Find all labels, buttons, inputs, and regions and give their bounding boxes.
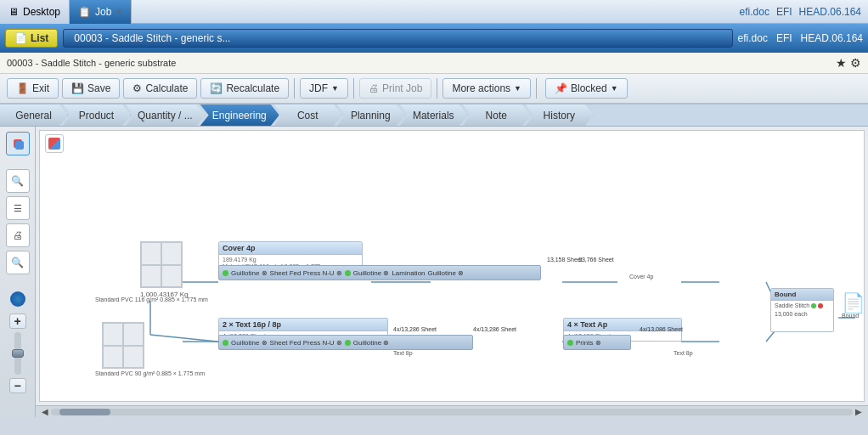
job-title: 00003 - Saddle Stitch - generic s... <box>63 29 732 48</box>
palette-icon[interactable] <box>45 134 64 153</box>
scroll-track[interactable] <box>51 409 853 415</box>
zoom-track[interactable] <box>14 332 21 375</box>
cover-thumbnail <box>140 241 183 288</box>
calculate-label: Calculate <box>145 82 188 94</box>
tab-general[interactable]: General <box>0 105 68 126</box>
scroll-thumb[interactable] <box>59 409 110 415</box>
tab-note[interactable]: Note <box>463 105 531 126</box>
flow-canvas[interactable]: 1,000.43167 Kg Standard PVC 116 g/m² 0.8… <box>39 130 865 402</box>
separator-1 <box>294 78 295 99</box>
tab-desktop[interactable]: 🖥 Desktop <box>0 0 70 24</box>
exit-button[interactable]: 🚪 Exit <box>7 78 59 99</box>
separator-3 <box>437 78 437 99</box>
scroll-right-button[interactable]: ▶ <box>853 407 865 416</box>
exit-icon: 🚪 <box>16 82 29 94</box>
sheet-count-text-2: 4x/13,286 Sheet <box>473 326 516 332</box>
select-tool-button[interactable]: ☰ <box>6 196 30 220</box>
dot-green-3 <box>223 340 228 346</box>
list-button[interactable]: 📄 List <box>5 29 58 48</box>
blocked-icon: 📌 <box>555 82 567 94</box>
job-icon: 📋 <box>78 6 91 18</box>
recalculate-button[interactable]: 🔄 Recalculate <box>200 78 289 99</box>
dot-green-1 <box>223 270 228 276</box>
jdf-button[interactable]: JDF ▼ <box>300 78 348 99</box>
save-button[interactable]: 💾 Save <box>62 78 120 99</box>
separator-2 <box>353 78 354 99</box>
tab-materials-label: Materials <box>413 110 454 121</box>
title-right: efi.doc EFI HEAD.06.164 <box>740 6 868 18</box>
tab-history-label: History <box>544 110 575 121</box>
zoom-plus-button[interactable]: + <box>9 314 26 329</box>
cover-label: Cover 4p <box>629 274 653 280</box>
left-sidebar: 🔍 ☰ 🖨 🔍 + − <box>0 127 36 417</box>
tab-general-label: General <box>15 110 52 121</box>
star-icon[interactable]: ★ <box>836 56 847 70</box>
zoom-minus-button[interactable]: − <box>9 378 26 393</box>
tab-desktop-label: Desktop <box>23 6 60 18</box>
scroll-left-button[interactable]: ◀ <box>39 407 51 416</box>
print-job-label: Print Job <box>382 82 422 94</box>
dot-green-5 <box>567 340 573 346</box>
print-icon: 🖨 <box>369 82 379 94</box>
blocked-arrow: ▼ <box>611 84 618 93</box>
recalculate-icon: 🔄 <box>210 82 223 94</box>
guillotine-label-1: Guillotine ⊗ <box>231 269 268 277</box>
more-actions-button[interactable]: More actions ▼ <box>442 78 531 99</box>
guillotine-label-4: Guillotine ⊗ <box>231 339 268 347</box>
settings-icon[interactable]: ⚙ <box>850 56 861 70</box>
main-content: 🔍 ☰ 🖨 🔍 + − <box>0 127 868 417</box>
bound-doc-icon: 📄 <box>842 292 865 314</box>
tab-product-label: Product <box>79 110 114 121</box>
version-label: HEAD.06.164 <box>799 6 861 18</box>
list-label: List <box>31 32 48 44</box>
color-tool-button[interactable] <box>6 132 30 155</box>
guillotine-label-2: Guillotine ⊗ <box>353 269 390 277</box>
tab-materials[interactable]: Materials <box>400 105 468 126</box>
tab-product[interactable]: Product <box>63 105 131 126</box>
efi-doc-label: efi.doc <box>740 6 769 18</box>
dot-green-4 <box>345 340 351 346</box>
tab-planning[interactable]: Planning <box>337 105 405 126</box>
toolbar: 🚪 Exit 💾 Save ⚙ Calculate 🔄 Recalculate … <box>0 74 868 105</box>
desktop-icon: 🖥 <box>8 6 19 18</box>
prints-connector[interactable]: Prints ⊗ <box>563 335 631 350</box>
zoom-fit-button[interactable]: 🔍 <box>6 169 30 193</box>
breadcrumb: 00003 - Saddle Stitch - generic substrat… <box>0 53 868 74</box>
tab-history[interactable]: History <box>526 105 594 126</box>
tab-cost[interactable]: Cost <box>274 105 342 126</box>
blocked-button[interactable]: 📌 Blocked ▼ <box>545 78 628 99</box>
zoom-in-sidebar[interactable]: 🔍 <box>6 251 30 274</box>
cover-connector[interactable]: Guillotine ⊗ Sheet Fed Press N-U ⊗ Guill… <box>218 265 541 280</box>
print-job-button[interactable]: 🖨 Print Job <box>359 78 431 99</box>
tab-planning-label: Planning <box>351 110 391 121</box>
calculate-button[interactable]: ⚙ Calculate <box>123 78 197 99</box>
bound-label: Bound <box>842 313 859 319</box>
saddle-stitch-label: Saddle Stitch <box>775 302 809 308</box>
svg-line-12 <box>150 335 218 342</box>
text-connector[interactable]: Guillotine ⊗ Sheet Fed Press N-U ⊗ Guill… <box>218 335 473 350</box>
sheet-fed-label: Sheet Fed Press N-U ⊗ <box>270 269 342 277</box>
bound-node[interactable]: Bound Saddle Stitch 13,000 each <box>770 288 834 332</box>
version-right: HEAD.06.164 <box>801 32 863 44</box>
zoom-thumb[interactable] <box>12 349 24 358</box>
sheet-count-text4: 4x/13,086 Sheet <box>640 326 683 332</box>
title-bar: 🖥 Desktop 📋 Job ✕ efi.doc EFI HEAD.06.16… <box>0 0 868 24</box>
exit-label: Exit <box>32 82 49 94</box>
tab-close-button[interactable]: ✕ <box>116 7 122 16</box>
breadcrumb-icons: ★ ⚙ <box>836 56 861 70</box>
dot-green-bound <box>811 303 816 308</box>
text-ap-header: 2 × Text 16p / 8p <box>219 319 387 331</box>
tab-engineering[interactable]: Engineering <box>200 105 279 126</box>
bound-header: Bound <box>771 289 833 301</box>
tab-quantity[interactable]: Quantity / ... <box>126 105 206 126</box>
efi-doc-right: efi.doc <box>738 32 768 44</box>
breadcrumb-text: 00003 - Saddle Stitch - generic substrat… <box>7 58 176 68</box>
jdf-dropdown-arrow: ▼ <box>331 84 339 93</box>
horizontal-scrollbar[interactable]: ◀ ▶ <box>36 405 868 417</box>
tab-job[interactable]: 📋 Job ✕ <box>70 0 132 24</box>
sheet-count-cover-1: 13,158 Sheet <box>547 257 583 263</box>
efi-right: EFI <box>776 32 792 44</box>
more-actions-label: More actions <box>452 82 510 94</box>
text-thumbnail <box>102 322 144 369</box>
print-button[interactable]: 🖨 <box>6 223 30 247</box>
